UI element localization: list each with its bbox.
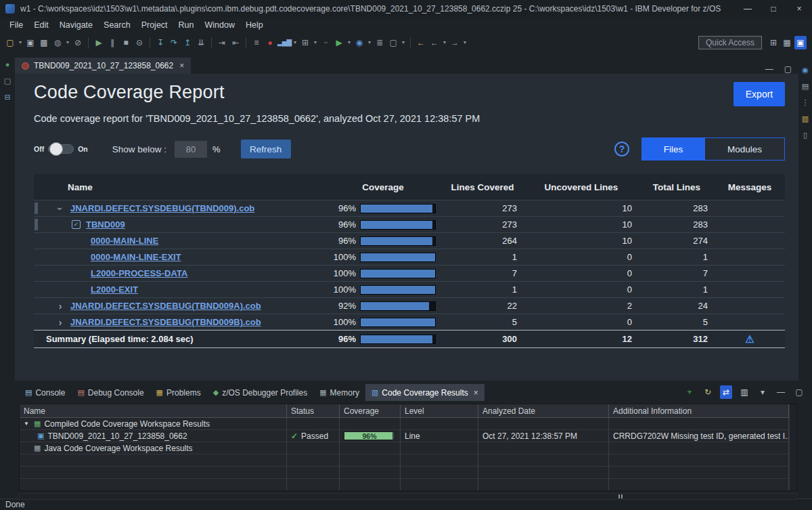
editor-tab[interactable]: TBND009_2021_10_27_123858_0662 × [15,58,191,74]
warning-icon[interactable]: ⚠ [745,333,754,345]
coverage-row[interactable]: ›JNARDI.DEFECT.SYSDEBUG(TBND009B).cob100… [34,314,785,330]
step-over-icon[interactable]: ↷ [168,36,180,49]
debug-view-menu-icon[interactable]: ▾ [313,36,318,49]
coverage-item-link[interactable]: JNARDI.DEFECT.SYSDEBUG(TBND009B).cob [70,317,261,327]
collapse-icon[interactable]: ▼ [24,421,30,427]
debug-view-icon[interactable]: ⊞ [299,36,311,49]
menu-file[interactable]: File [4,19,28,31]
external-tools-icon[interactable]: ≣ [374,36,386,49]
help-icon[interactable]: ? [614,142,629,156]
scrollbar-grip[interactable] [618,494,623,498]
horizontal-scrollbar[interactable] [19,493,797,500]
window-close-button[interactable]: × [786,0,812,18]
files-tab-button[interactable]: Files [641,137,705,161]
save-all-icon[interactable]: ▩ [38,36,50,49]
coverage-item-link[interactable]: L2000-PROCESS-DATA [91,268,187,278]
link-with-editor-icon[interactable]: ⇄ [720,385,732,399]
code-coverage-icon[interactable]: ◉ [353,36,365,49]
toggle-knob[interactable] [49,142,63,156]
menu-navigate[interactable]: Navigate [54,19,98,31]
new-report-icon[interactable]: ▢ [387,36,399,49]
menu-run[interactable]: Run [173,19,200,31]
tab-z-os-debugger-profiles[interactable]: ◆z/OS Debugger Profiles [207,384,314,401]
breakpoint-groups-icon[interactable]: ◦◦ [319,36,332,49]
minimize-editor-icon[interactable]: — [765,64,773,74]
editor-tab-close-icon[interactable]: × [179,61,184,70]
step-return-icon[interactable]: ↥ [181,36,194,49]
refresh-results-icon[interactable]: ↻ [702,385,714,399]
tab-debug-console[interactable]: ▤Debug Console [71,384,150,401]
skip-all-breakpoints-icon[interactable]: ⊘ [72,36,84,49]
modules-tab-button[interactable]: Modules [705,137,785,161]
code-coverage-menu-icon[interactable]: ▾ [367,36,372,49]
coverage-row[interactable]: ✓TBND00996%27310283 [34,216,785,232]
resume-icon[interactable]: ▶ [93,36,105,49]
restore-view-icon[interactable]: ◉ [802,66,809,74]
open-perspective-icon[interactable]: ⊞ [767,36,780,49]
empty-row[interactable] [20,479,789,491]
results-row[interactable]: ▦Java Code Coverage Workspace Results [20,442,789,454]
metrics-menu-icon[interactable]: ▾ [292,36,298,49]
threshold-toggle[interactable] [48,144,74,154]
export-results-icon[interactable]: ▥ [738,385,750,399]
coverage-item-link[interactable]: L2000-EXIT [91,284,138,295]
drop-to-frame-icon[interactable]: ⇊ [195,36,207,49]
coverage-row[interactable]: 0000-MAIN-LINE-EXIT100%101 [34,249,785,265]
expand-icon[interactable]: › [55,317,65,328]
back-menu-icon[interactable]: ▾ [442,36,447,49]
tab-memory[interactable]: ▦Memory [313,384,365,401]
use-step-filters-icon[interactable]: ⇤ [229,36,242,49]
empty-row[interactable] [20,467,789,479]
menu-help[interactable]: Help [240,19,269,31]
menu-window[interactable]: Window [200,19,240,31]
menu-search[interactable]: Search [98,19,136,31]
refresh-button[interactable]: Refresh [241,140,291,158]
vertical-scrollbar[interactable] [789,404,796,490]
debug-perspective-icon[interactable]: ▣ [794,36,807,49]
menu-project[interactable]: Project [136,19,173,31]
maximize-editor-icon[interactable]: ▢ [784,64,792,74]
editor-list-view-icon[interactable]: ▢ [4,77,11,85]
new-report-menu-icon[interactable]: ▾ [401,36,406,49]
threshold-input[interactable]: 80 [175,141,207,158]
window-maximize-button[interactable]: □ [761,0,786,18]
terminate-icon[interactable]: ■ [120,36,132,49]
coverage-row[interactable]: L2000-EXIT100%101 [34,281,785,297]
quick-access-box[interactable]: Quick Access [698,36,762,49]
menu-edit[interactable]: Edit [28,19,54,31]
profiling-icon[interactable]: ≡ [250,36,263,49]
tab-problems[interactable]: ▦Problems [150,384,207,401]
record-icon[interactable]: ● [264,36,276,49]
coverage-row[interactable]: L2000-PROCESS-DATA100%707 [34,265,785,281]
run-menu-icon[interactable]: ▾ [346,36,352,49]
suspend-icon[interactable]: ∥ [106,36,118,49]
debug-shortcut-icon[interactable]: ⊟ [4,93,10,101]
expand-icon[interactable]: › [55,301,65,312]
results-row[interactable]: ▼▦Compiled Code Coverage Workspace Resul… [20,418,789,430]
tab-code-coverage-results[interactable]: ▥Code Coverage Results× [365,384,484,401]
maximize-panel-icon[interactable]: ▢ [793,385,805,399]
coverage-item-link[interactable]: JNARDI.DEFECT.SYSDEBUG(TBND009A).cob [70,301,261,311]
disconnect-icon[interactable]: ⊝ [133,36,145,49]
forward-menu-icon[interactable]: ▾ [462,36,468,49]
run-to-line-icon[interactable]: ⇥ [216,36,228,49]
user-profile-menu-icon[interactable]: ▾ [65,36,70,49]
export-button[interactable]: Export [734,82,785,106]
coverage-row[interactable]: ›JNARDI.DEFECT.SYSDEBUG(TBND009A).cob92%… [34,297,785,314]
step-into-icon[interactable]: ↧ [154,36,166,49]
tab-close-icon[interactable]: × [474,388,478,398]
results-row[interactable]: ▣TBND009_2021_10_27_123858_0662✓Passed96… [20,430,789,442]
coverage-item-link[interactable]: TBND009 [86,219,125,230]
coverage-item-link[interactable]: JNARDI.DEFECT.SYSDEBUG(TBND009).cob [70,203,254,213]
window-minimize-button[interactable]: — [735,0,761,18]
code-review-view-icon[interactable]: ● [5,61,10,68]
coverage-item-link[interactable]: 0000-MAIN-LINE-EXIT [91,252,181,262]
tab-console[interactable]: ▤Console [19,384,71,401]
run-icon[interactable]: ▶ [333,36,345,49]
forward-icon[interactable]: → [449,36,461,49]
view-menu-icon[interactable]: ▾ [757,385,769,399]
user-profile-icon[interactable]: ◍ [51,36,64,49]
minimize-panel-icon[interactable]: — [775,385,787,399]
coverage-row[interactable]: ›JNARDI.DEFECT.SYSDEBUG(TBND009).cob96%2… [34,200,785,216]
coverage-item-link[interactable]: 0000-MAIN-LINE [91,236,158,246]
